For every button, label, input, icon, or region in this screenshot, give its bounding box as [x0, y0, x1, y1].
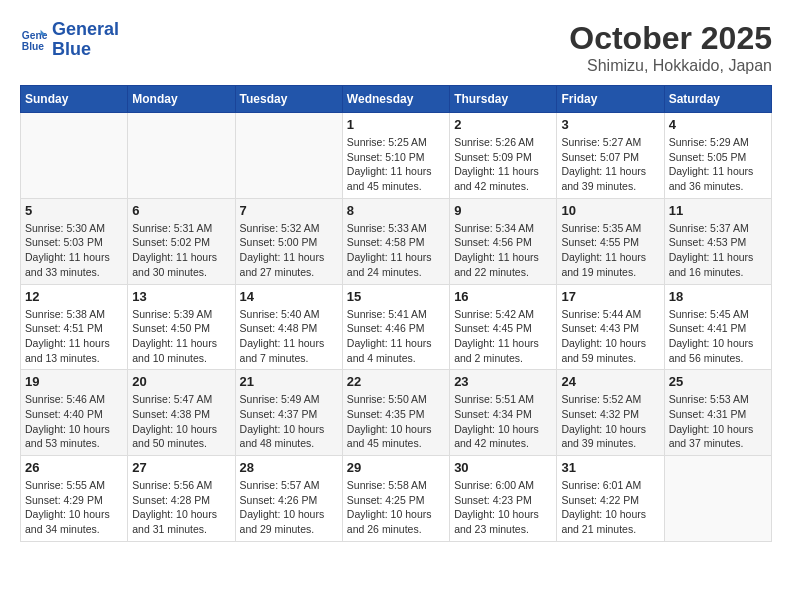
calendar-cell: 22Sunrise: 5:50 AMSunset: 4:35 PMDayligh…: [342, 370, 449, 456]
day-info: Sunrise: 5:35 AMSunset: 4:55 PMDaylight:…: [561, 221, 659, 280]
day-number: 26: [25, 460, 123, 475]
calendar-week-row: 26Sunrise: 5:55 AMSunset: 4:29 PMDayligh…: [21, 456, 772, 542]
day-number: 9: [454, 203, 552, 218]
day-info: Sunrise: 5:29 AMSunset: 5:05 PMDaylight:…: [669, 135, 767, 194]
day-info: Sunrise: 5:31 AMSunset: 5:02 PMDaylight:…: [132, 221, 230, 280]
day-info: Sunrise: 5:32 AMSunset: 5:00 PMDaylight:…: [240, 221, 338, 280]
calendar-week-row: 5Sunrise: 5:30 AMSunset: 5:03 PMDaylight…: [21, 198, 772, 284]
calendar-table: SundayMondayTuesdayWednesdayThursdayFrid…: [20, 85, 772, 542]
day-number: 11: [669, 203, 767, 218]
day-info: Sunrise: 5:27 AMSunset: 5:07 PMDaylight:…: [561, 135, 659, 194]
weekday-header-monday: Monday: [128, 86, 235, 113]
calendar-cell: 30Sunrise: 6:00 AMSunset: 4:23 PMDayligh…: [450, 456, 557, 542]
day-number: 8: [347, 203, 445, 218]
svg-text:Blue: Blue: [22, 41, 45, 52]
day-number: 7: [240, 203, 338, 218]
calendar-cell: 27Sunrise: 5:56 AMSunset: 4:28 PMDayligh…: [128, 456, 235, 542]
day-number: 29: [347, 460, 445, 475]
day-number: 5: [25, 203, 123, 218]
page-header: General Blue General Blue October 2025 S…: [20, 20, 772, 75]
day-info: Sunrise: 5:46 AMSunset: 4:40 PMDaylight:…: [25, 392, 123, 451]
day-info: Sunrise: 5:55 AMSunset: 4:29 PMDaylight:…: [25, 478, 123, 537]
calendar-cell: [235, 113, 342, 199]
day-info: Sunrise: 6:01 AMSunset: 4:22 PMDaylight:…: [561, 478, 659, 537]
day-number: 24: [561, 374, 659, 389]
day-info: Sunrise: 5:30 AMSunset: 5:03 PMDaylight:…: [25, 221, 123, 280]
calendar-cell: 17Sunrise: 5:44 AMSunset: 4:43 PMDayligh…: [557, 284, 664, 370]
day-number: 10: [561, 203, 659, 218]
calendar-cell: 31Sunrise: 6:01 AMSunset: 4:22 PMDayligh…: [557, 456, 664, 542]
day-info: Sunrise: 5:52 AMSunset: 4:32 PMDaylight:…: [561, 392, 659, 451]
logo-text: General Blue: [52, 20, 119, 60]
title-block: October 2025 Shimizu, Hokkaido, Japan: [569, 20, 772, 75]
weekday-header-saturday: Saturday: [664, 86, 771, 113]
day-number: 15: [347, 289, 445, 304]
calendar-cell: [128, 113, 235, 199]
weekday-header-tuesday: Tuesday: [235, 86, 342, 113]
calendar-cell: 29Sunrise: 5:58 AMSunset: 4:25 PMDayligh…: [342, 456, 449, 542]
calendar-cell: 3Sunrise: 5:27 AMSunset: 5:07 PMDaylight…: [557, 113, 664, 199]
day-number: 13: [132, 289, 230, 304]
svg-text:General: General: [22, 30, 48, 41]
weekday-header-wednesday: Wednesday: [342, 86, 449, 113]
calendar-cell: 25Sunrise: 5:53 AMSunset: 4:31 PMDayligh…: [664, 370, 771, 456]
calendar-cell: 5Sunrise: 5:30 AMSunset: 5:03 PMDaylight…: [21, 198, 128, 284]
calendar-header: SundayMondayTuesdayWednesdayThursdayFrid…: [21, 86, 772, 113]
day-info: Sunrise: 5:39 AMSunset: 4:50 PMDaylight:…: [132, 307, 230, 366]
day-number: 18: [669, 289, 767, 304]
calendar-cell: 10Sunrise: 5:35 AMSunset: 4:55 PMDayligh…: [557, 198, 664, 284]
weekday-header-friday: Friday: [557, 86, 664, 113]
day-number: 31: [561, 460, 659, 475]
calendar-cell: 1Sunrise: 5:25 AMSunset: 5:10 PMDaylight…: [342, 113, 449, 199]
calendar-cell: 12Sunrise: 5:38 AMSunset: 4:51 PMDayligh…: [21, 284, 128, 370]
day-info: Sunrise: 6:00 AMSunset: 4:23 PMDaylight:…: [454, 478, 552, 537]
calendar-cell: 24Sunrise: 5:52 AMSunset: 4:32 PMDayligh…: [557, 370, 664, 456]
calendar-cell: 4Sunrise: 5:29 AMSunset: 5:05 PMDaylight…: [664, 113, 771, 199]
calendar-week-row: 19Sunrise: 5:46 AMSunset: 4:40 PMDayligh…: [21, 370, 772, 456]
calendar-cell: 2Sunrise: 5:26 AMSunset: 5:09 PMDaylight…: [450, 113, 557, 199]
logo-icon: General Blue: [20, 26, 48, 54]
weekday-header-sunday: Sunday: [21, 86, 128, 113]
day-info: Sunrise: 5:40 AMSunset: 4:48 PMDaylight:…: [240, 307, 338, 366]
day-info: Sunrise: 5:53 AMSunset: 4:31 PMDaylight:…: [669, 392, 767, 451]
calendar-week-row: 1Sunrise: 5:25 AMSunset: 5:10 PMDaylight…: [21, 113, 772, 199]
day-number: 27: [132, 460, 230, 475]
weekday-row: SundayMondayTuesdayWednesdayThursdayFrid…: [21, 86, 772, 113]
day-number: 22: [347, 374, 445, 389]
day-number: 14: [240, 289, 338, 304]
day-number: 3: [561, 117, 659, 132]
day-number: 21: [240, 374, 338, 389]
calendar-cell: 16Sunrise: 5:42 AMSunset: 4:45 PMDayligh…: [450, 284, 557, 370]
day-number: 16: [454, 289, 552, 304]
day-info: Sunrise: 5:45 AMSunset: 4:41 PMDaylight:…: [669, 307, 767, 366]
day-info: Sunrise: 5:41 AMSunset: 4:46 PMDaylight:…: [347, 307, 445, 366]
calendar-title: October 2025: [569, 20, 772, 57]
calendar-body: 1Sunrise: 5:25 AMSunset: 5:10 PMDaylight…: [21, 113, 772, 542]
calendar-cell: 6Sunrise: 5:31 AMSunset: 5:02 PMDaylight…: [128, 198, 235, 284]
calendar-week-row: 12Sunrise: 5:38 AMSunset: 4:51 PMDayligh…: [21, 284, 772, 370]
day-number: 25: [669, 374, 767, 389]
day-number: 20: [132, 374, 230, 389]
calendar-cell: 26Sunrise: 5:55 AMSunset: 4:29 PMDayligh…: [21, 456, 128, 542]
day-info: Sunrise: 5:25 AMSunset: 5:10 PMDaylight:…: [347, 135, 445, 194]
calendar-cell: 7Sunrise: 5:32 AMSunset: 5:00 PMDaylight…: [235, 198, 342, 284]
calendar-cell: 20Sunrise: 5:47 AMSunset: 4:38 PMDayligh…: [128, 370, 235, 456]
calendar-cell: [664, 456, 771, 542]
day-info: Sunrise: 5:57 AMSunset: 4:26 PMDaylight:…: [240, 478, 338, 537]
day-info: Sunrise: 5:56 AMSunset: 4:28 PMDaylight:…: [132, 478, 230, 537]
day-number: 19: [25, 374, 123, 389]
day-info: Sunrise: 5:44 AMSunset: 4:43 PMDaylight:…: [561, 307, 659, 366]
day-info: Sunrise: 5:38 AMSunset: 4:51 PMDaylight:…: [25, 307, 123, 366]
day-info: Sunrise: 5:50 AMSunset: 4:35 PMDaylight:…: [347, 392, 445, 451]
day-number: 6: [132, 203, 230, 218]
day-info: Sunrise: 5:37 AMSunset: 4:53 PMDaylight:…: [669, 221, 767, 280]
day-info: Sunrise: 5:58 AMSunset: 4:25 PMDaylight:…: [347, 478, 445, 537]
weekday-header-thursday: Thursday: [450, 86, 557, 113]
logo: General Blue General Blue: [20, 20, 119, 60]
day-info: Sunrise: 5:51 AMSunset: 4:34 PMDaylight:…: [454, 392, 552, 451]
day-info: Sunrise: 5:49 AMSunset: 4:37 PMDaylight:…: [240, 392, 338, 451]
day-number: 4: [669, 117, 767, 132]
day-info: Sunrise: 5:26 AMSunset: 5:09 PMDaylight:…: [454, 135, 552, 194]
day-info: Sunrise: 5:34 AMSunset: 4:56 PMDaylight:…: [454, 221, 552, 280]
calendar-cell: 23Sunrise: 5:51 AMSunset: 4:34 PMDayligh…: [450, 370, 557, 456]
